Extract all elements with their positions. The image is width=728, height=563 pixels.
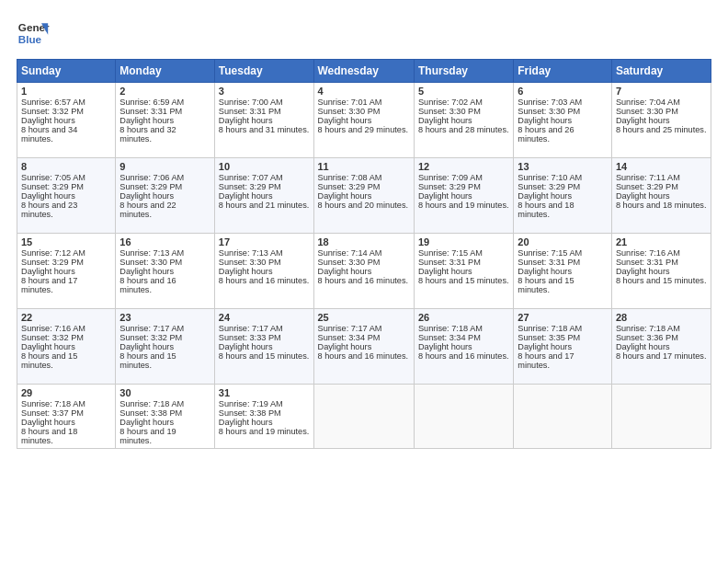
calendar-table: SundayMondayTuesdayWednesdayThursdayFrid…: [17, 59, 711, 449]
sunset-label: Sunset: 3:33 PM: [219, 333, 281, 342]
daylight-value: 8 hours and 32 minutes.: [119, 125, 176, 144]
daylight-label: Daylight hours: [21, 116, 75, 125]
calendar-day-cell: [414, 385, 513, 449]
daylight-value: 8 hours and 19 minutes.: [418, 201, 509, 210]
daylight-value: 8 hours and 21 minutes.: [219, 201, 310, 210]
calendar-day-cell: 4 Sunrise: 7:01 AM Sunset: 3:30 PM Dayli…: [313, 83, 414, 158]
sunset-label: Sunset: 3:31 PM: [119, 107, 182, 116]
sunset-label: Sunset: 3:29 PM: [418, 182, 481, 191]
sunset-label: Sunset: 3:31 PM: [518, 258, 580, 267]
daylight-value: 8 hours and 16 minutes.: [219, 276, 310, 285]
daylight-label: Daylight hours: [518, 116, 572, 125]
daylight-value: 8 hours and 16 minutes.: [119, 276, 176, 294]
sunset-label: Sunset: 3:36 PM: [616, 333, 678, 342]
sunrise-label: Sunrise: 7:01 AM: [318, 98, 382, 107]
weekday-header-cell: Friday: [514, 60, 612, 83]
daylight-value: 8 hours and 18 minutes.: [616, 201, 707, 210]
sunrise-label: Sunrise: 7:00 AM: [219, 98, 283, 107]
sunrise-label: Sunrise: 7:18 AM: [418, 324, 483, 333]
calendar-day-cell: 17 Sunrise: 7:13 AM Sunset: 3:30 PM Dayl…: [214, 234, 313, 309]
sunrise-label: Sunrise: 7:13 AM: [219, 248, 283, 258]
daylight-label: Daylight hours: [21, 418, 75, 427]
sunset-label: Sunset: 3:34 PM: [318, 333, 381, 342]
daylight-value: 8 hours and 17 minutes.: [21, 276, 77, 294]
sunset-label: Sunset: 3:29 PM: [318, 182, 381, 191]
day-number: 26: [418, 312, 509, 323]
sunrise-label: Sunrise: 7:19 AM: [219, 399, 283, 408]
calendar-day-cell: 30 Sunrise: 7:18 AM Sunset: 3:38 PM Dayl…: [116, 385, 214, 449]
sunrise-label: Sunrise: 7:02 AM: [418, 98, 483, 107]
day-number: 22: [21, 312, 111, 323]
sunset-label: Sunset: 3:30 PM: [318, 107, 381, 116]
calendar-day-cell: 11 Sunrise: 7:08 AM Sunset: 3:29 PM Dayl…: [313, 158, 414, 234]
daylight-label: Daylight hours: [119, 267, 174, 276]
sunset-label: Sunset: 3:29 PM: [119, 182, 182, 191]
day-number: 27: [518, 312, 608, 323]
daylight-label: Daylight hours: [219, 267, 273, 276]
calendar-day-cell: 10 Sunrise: 7:07 AM Sunset: 3:29 PM Dayl…: [214, 158, 313, 234]
daylight-value: 8 hours and 23 minutes.: [21, 201, 77, 219]
daylight-value: 8 hours and 18 minutes.: [518, 201, 574, 219]
sunset-label: Sunset: 3:35 PM: [518, 333, 580, 342]
weekday-header-cell: Thursday: [414, 60, 513, 83]
calendar-day-cell: 26 Sunrise: 7:18 AM Sunset: 3:34 PM Dayl…: [414, 309, 513, 385]
daylight-value: 8 hours and 17 minutes.: [518, 351, 574, 370]
calendar-day-cell: 14 Sunrise: 7:11 AM Sunset: 3:29 PM Dayl…: [611, 158, 711, 234]
calendar-day-cell: 6 Sunrise: 7:03 AM Sunset: 3:30 PM Dayli…: [514, 83, 612, 158]
day-number: 20: [518, 236, 608, 247]
day-number: 5: [418, 86, 509, 97]
sunset-label: Sunset: 3:38 PM: [219, 408, 281, 418]
calendar-day-cell: 27 Sunrise: 7:18 AM Sunset: 3:35 PM Dayl…: [514, 309, 612, 385]
sunrise-label: Sunrise: 7:15 AM: [418, 248, 483, 258]
daylight-label: Daylight hours: [418, 342, 472, 351]
day-number: 19: [418, 236, 509, 247]
calendar-day-cell: 29 Sunrise: 7:18 AM Sunset: 3:37 PM Dayl…: [17, 385, 116, 449]
daylight-value: 8 hours and 15 minutes.: [518, 276, 574, 294]
day-number: 1: [21, 86, 111, 97]
day-number: 24: [219, 312, 310, 323]
calendar-day-cell: 15 Sunrise: 7:12 AM Sunset: 3:29 PM Dayl…: [17, 234, 116, 309]
daylight-label: Daylight hours: [318, 342, 372, 351]
calendar-week-row: 15 Sunrise: 7:12 AM Sunset: 3:29 PM Dayl…: [17, 234, 711, 309]
daylight-label: Daylight hours: [418, 191, 472, 201]
day-number: 6: [518, 86, 608, 97]
daylight-label: Daylight hours: [616, 267, 670, 276]
daylight-label: Daylight hours: [616, 116, 670, 125]
sunset-label: Sunset: 3:30 PM: [219, 258, 281, 267]
day-number: 18: [318, 236, 410, 247]
calendar-day-cell: 13 Sunrise: 7:10 AM Sunset: 3:29 PM Dayl…: [514, 158, 612, 234]
calendar-day-cell: 25 Sunrise: 7:17 AM Sunset: 3:34 PM Dayl…: [313, 309, 414, 385]
daylight-label: Daylight hours: [21, 191, 75, 201]
daylight-value: 8 hours and 29 minutes.: [318, 125, 409, 134]
day-number: 21: [616, 236, 707, 247]
daylight-label: Daylight hours: [119, 191, 174, 201]
calendar-day-cell: 22 Sunrise: 7:16 AM Sunset: 3:32 PM Dayl…: [17, 309, 116, 385]
daylight-label: Daylight hours: [119, 342, 174, 351]
daylight-label: Daylight hours: [616, 342, 670, 351]
page: General Blue SundayMondayTuesdayWednesda…: [0, 0, 728, 563]
sunset-label: Sunset: 3:31 PM: [418, 258, 481, 267]
sunrise-label: Sunrise: 7:04 AM: [616, 98, 680, 107]
sunrise-label: Sunrise: 7:16 AM: [616, 248, 680, 258]
daylight-label: Daylight hours: [418, 267, 472, 276]
daylight-label: Daylight hours: [518, 267, 572, 276]
weekday-header-cell: Wednesday: [313, 60, 414, 83]
day-number: 15: [21, 236, 111, 247]
daylight-label: Daylight hours: [219, 191, 273, 201]
daylight-value: 8 hours and 15 minutes.: [119, 351, 176, 370]
sunrise-label: Sunrise: 7:17 AM: [219, 324, 283, 333]
daylight-label: Daylight hours: [219, 116, 273, 125]
sunset-label: Sunset: 3:30 PM: [119, 258, 182, 267]
sunset-label: Sunset: 3:29 PM: [219, 182, 281, 191]
sunrise-label: Sunrise: 7:05 AM: [21, 173, 85, 182]
sunset-label: Sunset: 3:30 PM: [616, 107, 678, 116]
daylight-label: Daylight hours: [318, 267, 372, 276]
day-number: 3: [219, 86, 310, 97]
sunset-label: Sunset: 3:30 PM: [318, 258, 381, 267]
daylight-label: Daylight hours: [518, 342, 572, 351]
sunset-label: Sunset: 3:38 PM: [119, 408, 182, 418]
calendar-day-cell: 19 Sunrise: 7:15 AM Sunset: 3:31 PM Dayl…: [414, 234, 513, 309]
calendar-day-cell: 9 Sunrise: 7:06 AM Sunset: 3:29 PM Dayli…: [116, 158, 214, 234]
calendar-day-cell: 7 Sunrise: 7:04 AM Sunset: 3:30 PM Dayli…: [611, 83, 711, 158]
calendar-day-cell: 2 Sunrise: 6:59 AM Sunset: 3:31 PM Dayli…: [116, 83, 214, 158]
